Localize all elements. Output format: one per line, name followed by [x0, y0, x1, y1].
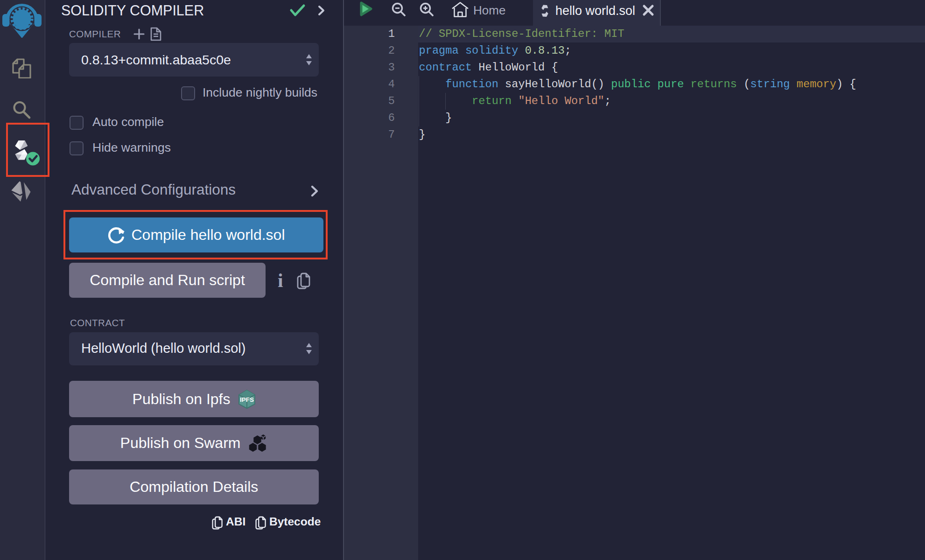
- svg-text:IPFS: IPFS: [240, 396, 254, 403]
